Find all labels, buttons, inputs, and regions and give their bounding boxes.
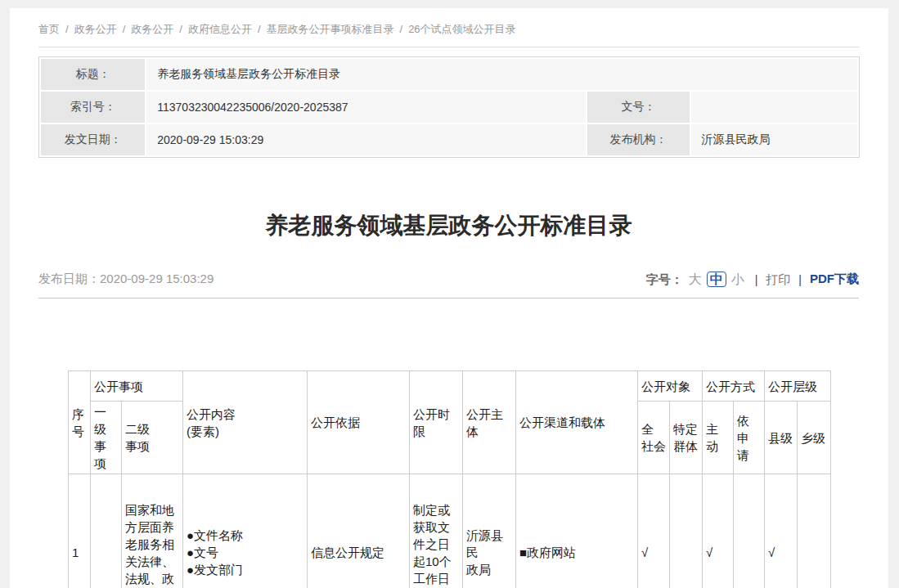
breadcrumb-divider — [38, 47, 859, 47]
col-header-item-group: 公开事项 — [91, 371, 183, 402]
breadcrumb-separator: / — [258, 23, 261, 35]
cell-method-active: √ — [703, 474, 734, 588]
meta-docnum-label: 文号： — [587, 92, 689, 123]
col-header-item-l1: 一 级 事项 — [91, 402, 122, 474]
col-header-level-group: 公开层级 — [765, 371, 831, 402]
breadcrumb-item-home[interactable]: 首页 — [38, 23, 60, 35]
col-header-subject: 公开主体 — [463, 371, 516, 474]
col-header-content: 公开内容 (要素) — [183, 371, 308, 474]
col-header-basis: 公开依据 — [308, 371, 410, 474]
print-button[interactable]: 打印 — [766, 272, 790, 286]
col-header-time-limit: 公开时 限 — [410, 371, 463, 474]
col-header-method-group: 公开方式 — [703, 371, 765, 402]
col-header-method-request: 依 申请 — [734, 402, 765, 474]
cell-target-all: √ — [638, 474, 670, 588]
col-header-level-county: 县级 — [765, 402, 798, 474]
cell-target-specific — [670, 474, 703, 588]
col-header-method-active: 主动 — [703, 402, 734, 474]
meta-agency-label: 发布机构： — [587, 124, 689, 155]
cell-item-l1 — [91, 474, 122, 588]
col-header-target-all: 全 社会 — [638, 402, 670, 474]
meta-title-label: 标题： — [41, 59, 145, 90]
cell-channel: ■政府网站 — [516, 474, 638, 588]
breadcrumb-item-standard-catalog[interactable]: 基层政务公开事项标准目录 — [267, 23, 394, 35]
toolbar-divider: | — [755, 273, 758, 286]
document-meta-table: 标题： 养老服务领域基层政务公开标准目录 索引号： 11370323004223… — [38, 56, 860, 158]
content-panel: 首页/政务公开/政务公开/政府信息公开/基层政务公开事项标准目录/26个试点领域… — [10, 8, 888, 588]
article-toolbar: 字号：大中小|打印|PDF下载 — [646, 268, 859, 290]
breadcrumb-item-pilot-catalog[interactable]: 26个试点领域公开目录 — [408, 23, 515, 35]
font-size-medium-button[interactable]: 中 — [707, 272, 726, 287]
breadcrumb-item-zwgk-1[interactable]: 政务公开 — [74, 23, 117, 35]
meta-docnum-value — [691, 92, 857, 123]
pdf-download-link[interactable]: PDF下载 — [810, 272, 859, 285]
breadcrumb-item-zwgk-2[interactable]: 政务公开 — [131, 23, 173, 35]
cell-subject: 沂源县民 政局 — [463, 474, 516, 588]
breadcrumb-separator: / — [123, 23, 126, 35]
breadcrumb-item-gov-info[interactable]: 政府信息公开 — [188, 23, 252, 35]
meta-issue-date-value: 2020-09-29 15:03:29 — [146, 124, 586, 155]
cell-content: ●文件名称 ●文号 ●发文部门 — [183, 474, 308, 588]
meta-index-label: 索引号： — [41, 92, 145, 123]
meta-index-value: 113703230042235006/2020-2025387 — [146, 92, 586, 123]
breadcrumb: 首页/政务公开/政务公开/政府信息公开/基层政务公开事项标准目录/26个试点领域… — [38, 21, 859, 38]
font-size-large-button[interactable]: 大 — [689, 272, 702, 286]
col-header-target-group: 公开对象 — [638, 371, 703, 402]
col-header-level-town: 乡级 — [798, 402, 831, 474]
meta-agency-value: 沂源县民政局 — [691, 124, 857, 155]
article-divider — [38, 298, 859, 298]
meta-issue-date-label: 发文日期： — [41, 124, 145, 155]
page-title: 养老服务领域基层政务公开标准目录 — [38, 211, 859, 240]
publish-date: 发布日期：2020-09-29 15:03:29 — [38, 268, 214, 290]
cell-level-county: √ — [765, 474, 798, 588]
breadcrumb-separator: / — [65, 23, 69, 35]
toolbar-divider: | — [798, 273, 802, 286]
font-size-small-button[interactable]: 小 — [731, 272, 744, 286]
table-row: 1 国家和地 方层面养 老服务相 关法律、 法规、政 策文件 ●文件名称 ●文号… — [69, 474, 831, 588]
col-header-target-specific: 特定 群体 — [670, 402, 703, 474]
col-header-item-l2: 二级 事项 — [122, 402, 183, 474]
cell-time-limit: 制定或 获取文 件之日 起10个 工作日 内 — [410, 474, 463, 588]
col-header-channel: 公开渠道和载体 — [516, 371, 638, 474]
cell-item-l2: 国家和地 方层面养 老服务相 关法律、 法规、政 策文件 — [122, 474, 183, 588]
cell-seq: 1 — [69, 474, 91, 588]
col-header-seq: 序 号 — [69, 371, 91, 474]
breadcrumb-separator: / — [179, 23, 182, 35]
cell-method-request — [734, 474, 765, 588]
meta-title-value: 养老服务领域基层政务公开标准目录 — [146, 59, 857, 90]
cell-level-town — [798, 474, 831, 588]
catalog-table: 序 号 公开事项 公开内容 (要素) 公开依据 公开时 限 公开主体 公开渠道和… — [68, 370, 831, 588]
cell-basis: 信息公开规定 — [308, 474, 410, 588]
font-size-label: 字号： — [646, 272, 683, 286]
breadcrumb-separator: / — [400, 23, 403, 35]
